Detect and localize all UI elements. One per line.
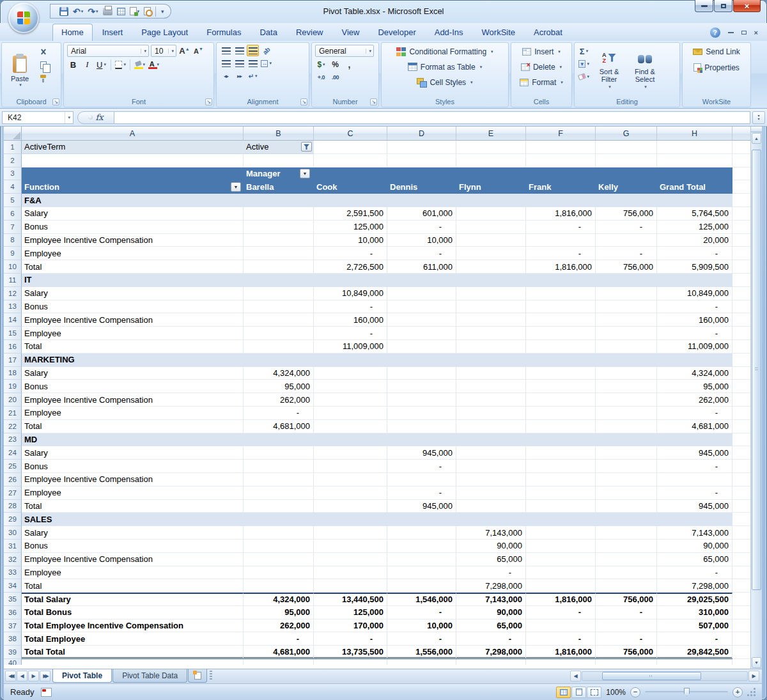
page-break-view-button[interactable] [587, 687, 601, 698]
cell-A13[interactable]: Bonus [22, 300, 244, 314]
bold-button[interactable]: B [67, 59, 79, 70]
clipboard-dialog-launcher[interactable]: ↘ [52, 98, 59, 105]
insert-worksheet-tab[interactable] [188, 669, 207, 683]
cell-H35[interactable]: 29,025,500 [657, 593, 732, 606]
manager-filter-dropdown[interactable]: ▼ [300, 169, 310, 178]
row-header-37[interactable]: 37 [4, 619, 22, 633]
tab-split-handle[interactable] [210, 671, 212, 681]
cell-B19[interactable]: 95,000 [244, 380, 314, 393]
cell-G38[interactable]: - [596, 632, 657, 646]
cell-B8[interactable] [244, 234, 314, 247]
cell-H34[interactable]: 7,298,000 [657, 579, 732, 593]
cell-H23[interactable] [657, 433, 732, 447]
format-cells-button[interactable]: Format▾ [515, 75, 568, 89]
cell-H26[interactable] [657, 473, 732, 486]
cell-G28[interactable] [596, 500, 657, 513]
tab-acrobat[interactable]: Acrobat [525, 24, 571, 41]
row-header-12[interactable]: 12 [4, 287, 22, 300]
row-header-29[interactable]: 29 [4, 513, 22, 526]
cell-B27[interactable] [244, 486, 314, 500]
cell-C24[interactable] [314, 446, 387, 460]
cell-C14[interactable]: 160,000 [314, 313, 387, 327]
cell-H29[interactable] [657, 513, 732, 526]
cell-D36[interactable]: - [387, 606, 456, 619]
cell-B26[interactable] [244, 473, 314, 486]
cell-F34[interactable] [526, 579, 596, 593]
cell-H5[interactable] [657, 194, 732, 207]
row-header-40[interactable]: 40 [4, 659, 22, 665]
cell-D31[interactable] [387, 540, 456, 553]
cell-D8[interactable]: 10,000 [387, 234, 456, 247]
row-header-6[interactable]: 6 [4, 207, 22, 221]
row-header-39[interactable]: 39 [4, 646, 22, 659]
align-right-button[interactable] [247, 58, 259, 69]
cell-C6[interactable]: 2,591,500 [314, 207, 387, 221]
cell-D38[interactable]: - [387, 632, 456, 646]
sheet-tab-pivot-table-data[interactable]: Pivot Table Data [112, 669, 187, 683]
cell-F22[interactable] [526, 420, 596, 433]
align-center-button[interactable] [233, 58, 245, 69]
cell-D12[interactable] [387, 287, 456, 300]
align-middle-button[interactable] [233, 45, 245, 56]
cell-C3[interactable] [314, 167, 387, 181]
cell-G24[interactable] [596, 446, 657, 460]
cell-D26[interactable] [387, 473, 456, 486]
row-header-17[interactable]: 17 [4, 354, 22, 367]
cell-C37[interactable]: 170,000 [314, 619, 387, 633]
cell-A37[interactable]: Total Employee Incentive Compensation [22, 619, 244, 633]
cell-B20[interactable]: 262,000 [244, 393, 314, 407]
sheet-tab-pivot-table[interactable]: Pivot Table [52, 669, 112, 683]
row-header-3[interactable]: 3 [4, 167, 22, 181]
cell-G7[interactable]: - [596, 221, 657, 234]
grow-font-button[interactable]: A▲ [178, 45, 190, 57]
cell-C22[interactable] [314, 420, 387, 433]
cell-B33[interactable] [244, 566, 314, 580]
cell-C31[interactable] [314, 540, 387, 553]
cell-C2[interactable] [314, 154, 387, 167]
cell-A3[interactable] [22, 167, 244, 181]
row-header-25[interactable]: 25 [4, 460, 22, 473]
send-link-button[interactable]: Send Link [686, 45, 747, 58]
horizontal-scrollbar[interactable]: ◀ ▶ [570, 671, 759, 681]
cell-F10[interactable]: 1,816,000 [526, 260, 596, 274]
resize-grip[interactable] [747, 688, 755, 696]
cell-D33[interactable] [387, 566, 456, 580]
cell-E23[interactable] [456, 433, 526, 447]
cell-C39[interactable]: 13,735,500 [314, 646, 387, 659]
workbook-minimize-button[interactable] [728, 32, 734, 33]
cell-F12[interactable] [526, 287, 596, 300]
alignment-dialog-launcher[interactable]: ↘ [300, 98, 307, 105]
cell-G36[interactable]: - [596, 606, 657, 619]
row-header-15[interactable]: 15 [4, 327, 22, 340]
cell-A28[interactable]: Total [22, 500, 244, 513]
cell-F40[interactable] [526, 659, 596, 665]
cell-A29[interactable]: SALES [22, 513, 244, 526]
vertical-scroll-thumb[interactable] [752, 150, 761, 590]
cell-D4[interactable]: Dennis [387, 180, 456, 194]
cell-A34[interactable]: Total [22, 579, 244, 593]
borders-button[interactable]: ▾ [114, 59, 127, 70]
format-as-table-button[interactable]: Format as Table▾ [385, 60, 505, 74]
cell-H14[interactable]: 160,000 [657, 313, 732, 327]
cell-A38[interactable]: Total Employee [22, 632, 244, 646]
cell-H3[interactable] [657, 167, 732, 181]
vertical-scrollbar[interactable]: ▲ ▼ [750, 127, 762, 669]
cell-F19[interactable] [526, 380, 596, 393]
scroll-left-icon[interactable]: ◀ [570, 671, 581, 681]
row-header-16[interactable]: 16 [4, 340, 22, 354]
cell-C32[interactable] [314, 553, 387, 566]
cell-C40[interactable] [314, 659, 387, 665]
cell-H7[interactable]: 125,000 [657, 221, 732, 234]
cell-C28[interactable] [314, 500, 387, 513]
cell-B1[interactable]: Active [244, 141, 314, 154]
tab-view[interactable]: View [333, 24, 369, 41]
cell-D6[interactable]: 601,000 [387, 207, 456, 221]
cell-H28[interactable]: 945,000 [657, 500, 732, 513]
cell-E18[interactable] [456, 367, 526, 380]
cell-B38[interactable]: - [244, 632, 314, 646]
cell-F24[interactable] [526, 446, 596, 460]
cell-F33[interactable] [526, 566, 596, 580]
cell-E17[interactable] [456, 354, 526, 367]
cell-H17[interactable] [657, 354, 732, 367]
cell-E21[interactable] [456, 407, 526, 420]
